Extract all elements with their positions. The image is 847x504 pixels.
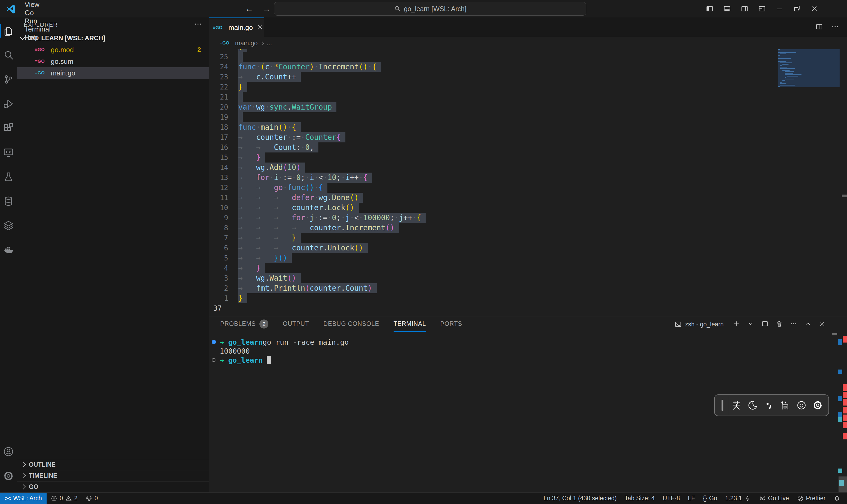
- maximize-panel-button[interactable]: [804, 320, 812, 328]
- launch-profile-button[interactable]: [747, 320, 754, 328]
- code-line[interactable]: 3→ wg.Wait(): [209, 273, 847, 283]
- section-outline[interactable]: OUTLINE: [17, 459, 209, 470]
- code-line[interactable]: 22}: [209, 82, 847, 92]
- code-line[interactable]: 10→ → → counter.Lock(): [209, 203, 847, 213]
- menu-item-go[interactable]: Go: [20, 9, 58, 17]
- menu-item-terminal[interactable]: Terminal: [20, 25, 58, 33]
- status-indentation[interactable]: Tab Size: 4: [621, 492, 659, 504]
- menu-item-help[interactable]: Help: [20, 33, 58, 41]
- activity-source-control[interactable]: [0, 67, 17, 92]
- code-line[interactable]: 24func·(c·*Counter)·Increment()·{: [209, 62, 847, 72]
- panel-tab-problems[interactable]: PROBLEMS2: [220, 317, 268, 332]
- split-terminal-button[interactable]: [761, 320, 769, 328]
- code-line[interactable]: 7→ → → }: [209, 233, 847, 243]
- editor-more-actions-button[interactable]: [831, 23, 839, 32]
- restore-button[interactable]: [790, 1, 805, 17]
- status-eol[interactable]: LF: [684, 492, 699, 504]
- close-panel-button[interactable]: [818, 320, 826, 328]
- code-line[interactable]: 21: [209, 92, 847, 102]
- punctuation-mode-button[interactable]: [761, 400, 777, 411]
- more-actions-button[interactable]: [790, 320, 797, 328]
- code-line[interactable]: 17→ counter·:=·Counter{: [209, 132, 847, 142]
- emoji-picker-button[interactable]: [793, 400, 810, 411]
- activity-remote-explorer[interactable]: [0, 140, 17, 165]
- minimap[interactable]: [778, 49, 840, 87]
- section-go[interactable]: GO: [17, 481, 209, 492]
- activity-settings[interactable]: [0, 464, 17, 488]
- activity-search[interactable]: [0, 43, 17, 67]
- status-language-mode[interactable]: {}Go: [699, 492, 721, 504]
- customize-layout-button[interactable]: [755, 1, 770, 17]
- section-timeline[interactable]: TIMELINE: [17, 470, 209, 481]
- close-tab-icon[interactable]: [256, 23, 263, 32]
- code-line[interactable]: 5→ → }(): [209, 253, 847, 263]
- simplified-chinese-button[interactable]: [777, 400, 794, 411]
- split-editor-button[interactable]: [815, 23, 823, 32]
- panel-tab-terminal[interactable]: TERMINAL: [394, 317, 426, 332]
- activity-extensions[interactable]: [0, 116, 17, 140]
- panel-tab-output[interactable]: OUTPUT: [283, 317, 309, 332]
- code-line[interactable]: 11→ → → defer·wg.Done(): [209, 193, 847, 203]
- menu-item-run[interactable]: Run: [20, 17, 58, 25]
- code-line[interactable]: 19: [209, 112, 847, 122]
- code-line[interactable]: 4→ }: [209, 263, 847, 273]
- menu-item-view[interactable]: View: [20, 1, 58, 9]
- breadcrumb[interactable]: ≡GO main.go ...: [209, 37, 847, 49]
- close-button[interactable]: [807, 1, 822, 17]
- activity-explorer[interactable]: [0, 19, 17, 43]
- status-encoding[interactable]: UTF-8: [659, 492, 684, 504]
- code-line[interactable]: 23→ c.Count++: [209, 72, 847, 82]
- code-line[interactable]: 18func·main()·{: [209, 122, 847, 132]
- toggle-primary-sidebar-button[interactable]: [702, 1, 717, 17]
- activity-accounts[interactable]: [0, 439, 17, 464]
- code-line[interactable]: 37: [209, 303, 847, 313]
- command-center-search[interactable]: go_learn [WSL: Arch]: [274, 2, 586, 16]
- code-line[interactable]: }: [209, 49, 847, 52]
- status-go-live[interactable]: Go Live: [755, 492, 793, 504]
- code-line[interactable]: 8→ → → → counter.Increment(): [209, 223, 847, 233]
- status-prettier[interactable]: Prettier: [793, 492, 830, 504]
- code-line[interactable]: 14→ wg.Add(10): [209, 163, 847, 173]
- problems-status[interactable]: 02: [47, 492, 82, 504]
- activity-docker[interactable]: [0, 238, 17, 262]
- tab-main-go[interactable]: ≡GO main.go: [209, 17, 264, 37]
- explorer-more-actions-button[interactable]: [194, 20, 202, 30]
- code-line[interactable]: 9→ → → for·j·:=·0;·j·<·100000;·j++·{: [209, 213, 847, 223]
- toggle-secondary-sidebar-button[interactable]: [737, 1, 752, 17]
- ports-status[interactable]: 0: [82, 492, 102, 504]
- kill-terminal-button[interactable]: [776, 320, 783, 328]
- status-cursor-position[interactable]: Ln 37, Col 1 (430 selected): [540, 492, 621, 504]
- file-row-main-go[interactable]: ≡GOmain.go: [17, 67, 209, 79]
- code-line[interactable]: 13→ for·i·:=·0;·i·<·10;·i++·{: [209, 173, 847, 183]
- activity-testing[interactable]: [0, 165, 17, 189]
- ruler-mark: [843, 392, 847, 398]
- activity-run-debug[interactable]: [0, 92, 17, 116]
- activity-database[interactable]: [0, 189, 17, 213]
- night-mode-button[interactable]: [744, 400, 761, 411]
- new-terminal-button[interactable]: [733, 320, 740, 328]
- back-button[interactable]: ←: [245, 4, 253, 14]
- code-line[interactable]: 16→ → Count:·0,: [209, 142, 847, 152]
- toggle-panel-button[interactable]: [720, 1, 735, 17]
- code-line[interactable]: 15→ }: [209, 152, 847, 163]
- code-line[interactable]: 6→ → → counter.Unlock(): [209, 243, 847, 253]
- status-go-version[interactable]: 1.23.1: [721, 492, 755, 504]
- file-row-go-mod[interactable]: ≡GOgo.mod2: [17, 44, 209, 56]
- panel-tab-debug-console[interactable]: DEBUG CONSOLE: [323, 317, 379, 332]
- remote-indicator[interactable]: >< WSL: Arch: [0, 492, 47, 504]
- code-line[interactable]: 12→ → go·func()·{: [209, 183, 847, 193]
- terminal-shell-label[interactable]: zsh - go_learn: [674, 321, 724, 328]
- ime-settings-button[interactable]: [810, 400, 826, 411]
- activity-layers[interactable]: [0, 213, 17, 238]
- code-editor[interactable]: } 25 24func·(c·*Counter)·Increment()·{ 2…: [209, 49, 847, 317]
- file-row-go-sum[interactable]: ≡GOgo.sum: [17, 56, 209, 67]
- status-notifications[interactable]: [830, 492, 844, 504]
- panel-tab-ports[interactable]: PORTS: [440, 317, 462, 332]
- code-line[interactable]: 25: [209, 52, 847, 62]
- code-line[interactable]: 1}: [209, 293, 847, 303]
- code-line[interactable]: 20var·wg·sync.WaitGroup: [209, 102, 847, 112]
- code-line[interactable]: 2→ fmt.Println(counter.Count): [209, 283, 847, 293]
- english-mode-button[interactable]: [728, 400, 744, 411]
- forward-button[interactable]: →: [262, 4, 271, 14]
- minimize-button[interactable]: [772, 1, 787, 17]
